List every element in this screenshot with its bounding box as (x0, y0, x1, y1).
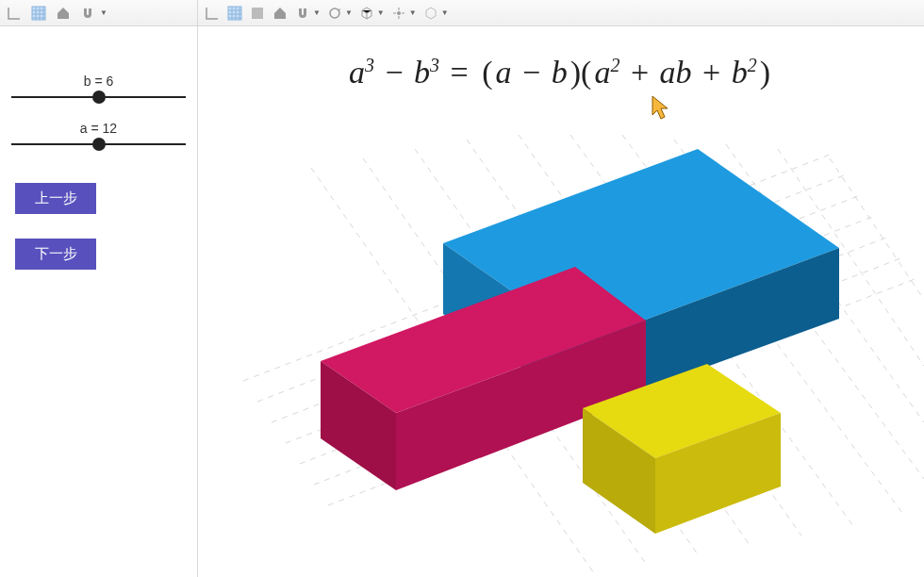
home-icon[interactable] (272, 5, 289, 22)
svg-rect-2 (252, 8, 263, 19)
left-panel: b = 6 a = 12 上一步 下一步 (0, 26, 198, 577)
toolbar-left: ▼ (0, 0, 198, 25)
cursor-icon (651, 94, 671, 124)
dropdown-icon[interactable]: ▼ (409, 8, 417, 17)
axes-icon[interactable] (6, 5, 23, 22)
grid-icon[interactable] (30, 5, 47, 22)
magnet-icon[interactable] (79, 5, 96, 22)
slider-a-track[interactable] (11, 143, 186, 145)
slider-b[interactable]: b = 6 (11, 74, 186, 98)
scene-3d[interactable] (198, 83, 924, 577)
main-panel[interactable]: a3 − b3 = (a − b)(a2 + ab + b2) (198, 26, 924, 577)
cube-icon[interactable] (358, 5, 375, 22)
dropdown-icon[interactable]: ▼ (100, 8, 107, 17)
dropdown-icon[interactable]: ▼ (345, 8, 353, 17)
rotate-icon[interactable] (326, 5, 343, 22)
slider-b-label: b = 6 (11, 74, 186, 89)
magnet-icon[interactable] (294, 5, 311, 22)
svg-point-3 (330, 8, 339, 18)
next-step-button[interactable]: 下一步 (15, 239, 96, 270)
axes-icon[interactable] (204, 5, 221, 22)
slider-b-thumb[interactable] (92, 91, 106, 104)
slider-b-track[interactable] (11, 96, 186, 98)
wireframe-icon[interactable] (422, 5, 439, 22)
slider-a[interactable]: a = 12 (11, 121, 186, 145)
plane-icon[interactable] (249, 5, 266, 22)
dropdown-icon[interactable]: ▼ (377, 8, 385, 17)
prev-step-button[interactable]: 上一步 (15, 183, 96, 214)
target-icon[interactable] (390, 5, 407, 22)
grid-icon[interactable] (226, 5, 243, 22)
dropdown-icon[interactable]: ▼ (441, 8, 449, 17)
slider-a-thumb[interactable] (92, 138, 106, 151)
toolbar: ▼ ▼ ▼ ▼ ▼ ▼ (0, 0, 924, 26)
toolbar-right: ▼ ▼ ▼ ▼ ▼ (198, 0, 924, 25)
svg-point-4 (397, 11, 401, 15)
home-icon[interactable] (55, 5, 72, 22)
svg-line-22 (830, 158, 924, 300)
dropdown-icon[interactable]: ▼ (313, 8, 321, 17)
slider-a-label: a = 12 (11, 121, 186, 136)
